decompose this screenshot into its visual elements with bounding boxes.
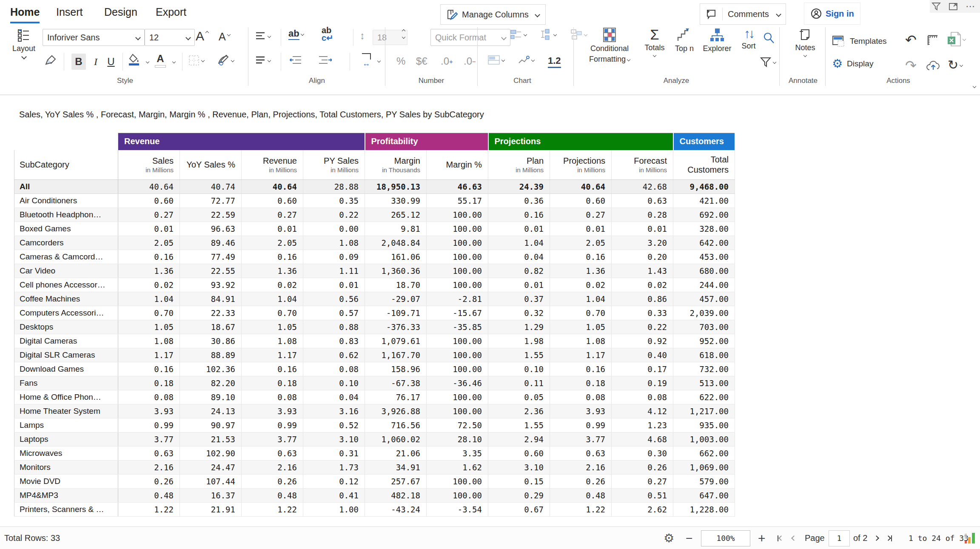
data-cell[interactable]: 100.00 (427, 475, 488, 489)
row-label[interactable]: All (14, 180, 118, 194)
data-cell[interactable]: 1,228.00 (673, 503, 735, 517)
data-cell[interactable]: 40.64 (550, 180, 612, 194)
data-cell[interactable]: 0.83 (303, 334, 365, 348)
data-cell[interactable]: 0.10 (303, 376, 365, 390)
data-cell[interactable]: 453.00 (673, 250, 735, 264)
data-cell[interactable]: 1.55 (488, 348, 550, 362)
data-cell[interactable]: 100.00 (427, 334, 488, 348)
data-cell[interactable]: 1.29 (488, 320, 550, 334)
data-cell[interactable]: 1.17 (242, 348, 303, 362)
data-cell[interactable]: 1.22 (550, 503, 612, 517)
data-cell[interactable]: 0.67 (488, 503, 550, 517)
data-cell[interactable]: 0.12 (303, 475, 365, 489)
data-cell[interactable]: 265.12 (365, 208, 427, 222)
data-cell[interactable]: 0.01 (242, 222, 303, 236)
data-cell[interactable]: 0.28 (612, 208, 673, 222)
data-cell[interactable]: 72.77 (180, 194, 242, 208)
column-header[interactable]: PY Salesin Millions (303, 150, 365, 180)
data-cell[interactable]: 100.00 (427, 348, 488, 362)
data-cell[interactable]: 2.05 (242, 236, 303, 250)
data-cell[interactable]: 0.26 (118, 475, 180, 489)
sparkline-button[interactable] (518, 54, 534, 65)
decrease-decimal-icon[interactable]: .0− (464, 56, 476, 66)
data-cell[interactable]: 579.00 (673, 475, 735, 489)
data-cell[interactable]: 0.02 (242, 278, 303, 292)
data-cell[interactable]: 21.91 (180, 503, 242, 517)
italic-button[interactable]: I (89, 54, 102, 70)
data-cell[interactable]: 100.00 (427, 264, 488, 278)
data-cell[interactable]: 1.17 (550, 348, 612, 362)
last-page-button[interactable] (886, 527, 892, 549)
data-cell[interactable]: 0.40 (612, 348, 673, 362)
data-cell[interactable]: -3.54 (427, 503, 488, 517)
data-cell[interactable]: 0.27 (550, 208, 612, 222)
data-cell[interactable]: 0.57 (303, 306, 365, 320)
row-label[interactable]: Monitors (14, 461, 118, 475)
data-cell[interactable]: 18.67 (180, 320, 242, 334)
data-cell[interactable]: 0.01 (118, 222, 180, 236)
data-cell[interactable]: 100.00 (427, 236, 488, 250)
data-cell[interactable]: 40.74 (180, 180, 242, 194)
row-label[interactable]: Fans (14, 376, 118, 390)
data-cell[interactable]: 93.92 (180, 278, 242, 292)
zoom-value[interactable] (701, 530, 750, 546)
font-name-select[interactable]: Inforiver Sans (43, 29, 145, 46)
data-cell[interactable]: 421.00 (673, 194, 735, 208)
data-cell[interactable]: 3.77 (118, 432, 180, 447)
data-cell[interactable]: 40.64 (118, 180, 180, 194)
font-size-select[interactable]: 12 (145, 29, 195, 46)
data-cell[interactable]: 3.77 (550, 432, 612, 447)
data-cell[interactable]: -109.71 (365, 306, 427, 320)
data-cell[interactable]: 158.96 (365, 362, 427, 376)
data-cell[interactable]: 1.36 (550, 264, 612, 278)
font-color-button[interactable]: A (155, 53, 166, 68)
borders-button[interactable] (188, 54, 204, 66)
column-header[interactable]: Marginin Thousands (365, 150, 427, 180)
page-number-input[interactable] (829, 527, 850, 549)
data-cell[interactable]: 716.56 (365, 418, 427, 432)
sign-in-button[interactable]: Sign in (804, 3, 860, 25)
data-cell[interactable]: 0.86 (612, 292, 673, 306)
data-cell[interactable]: 3.93 (242, 404, 303, 418)
column-header[interactable]: Total Customers (673, 150, 735, 180)
data-cell[interactable]: 0.82 (488, 264, 550, 278)
increase-indent-icon[interactable] (318, 55, 332, 65)
row-label[interactable]: Digital SLR Cameras (14, 348, 118, 362)
chevron-down-icon[interactable] (377, 59, 381, 63)
data-cell[interactable]: 1.17 (118, 348, 180, 362)
data-cell[interactable]: 0.29 (488, 489, 550, 503)
data-cell[interactable]: -36.46 (427, 376, 488, 390)
underline-button[interactable]: U (105, 54, 117, 70)
bold-button[interactable]: B (71, 54, 86, 70)
row-height-icon[interactable]: ↕ (360, 31, 365, 41)
data-cell[interactable]: 680.00 (673, 264, 735, 278)
chart-table-button[interactable] (487, 54, 504, 65)
column-header[interactable]: Salesin Millions (118, 150, 180, 180)
data-cell[interactable]: -67.38 (365, 376, 427, 390)
data-cell[interactable]: 0.16 (550, 362, 612, 376)
data-cell[interactable]: 22.33 (180, 306, 242, 320)
settings-gear-icon[interactable]: ⚙ (664, 527, 674, 549)
wrap-text-button[interactable]: abc↵ (322, 26, 333, 42)
data-cell[interactable]: 1,217.00 (673, 404, 735, 418)
notes-button[interactable]: Notes (790, 27, 820, 57)
top-n-button[interactable]: Top n (671, 27, 698, 53)
data-cell[interactable]: 100.00 (427, 404, 488, 418)
data-cell[interactable]: 3.16 (303, 404, 365, 418)
data-cell[interactable]: 77.49 (180, 250, 242, 264)
data-cell[interactable]: 21.06 (365, 447, 427, 461)
data-cell[interactable]: 100.00 (427, 222, 488, 236)
data-cell[interactable]: 0.16 (488, 208, 550, 222)
data-cell[interactable]: 0.16 (242, 250, 303, 264)
data-cell[interactable]: 100.00 (427, 362, 488, 376)
data-cell[interactable]: 1.22 (118, 503, 180, 517)
data-cell[interactable]: 703.00 (673, 320, 735, 334)
data-cell[interactable]: 28.10 (427, 432, 488, 447)
data-cell[interactable]: 0.16 (242, 362, 303, 376)
data-cell[interactable]: 0.70 (242, 306, 303, 320)
percent-format-icon[interactable]: % (396, 56, 405, 66)
data-cell[interactable]: 3.10 (303, 432, 365, 447)
data-cell[interactable]: 0.10 (488, 362, 550, 376)
data-cell[interactable]: 96.63 (180, 222, 242, 236)
data-cell[interactable]: 0.26 (612, 461, 673, 475)
